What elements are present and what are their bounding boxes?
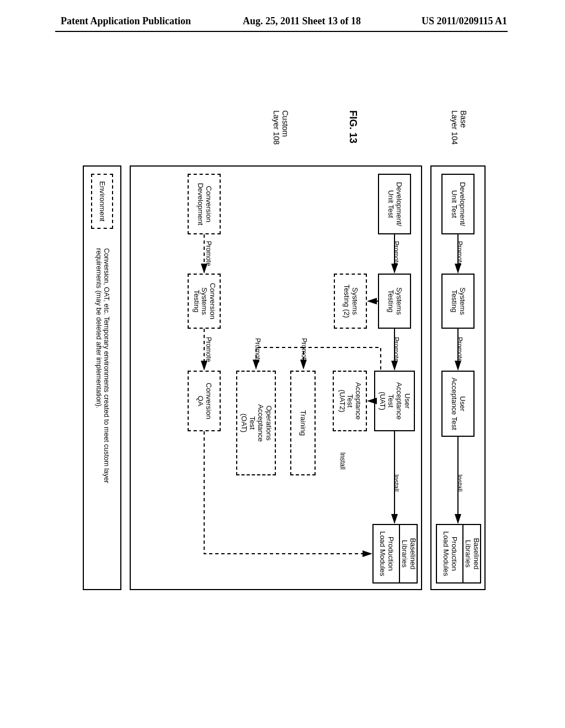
box-cust-uat: User Acceptance Test (UAT) — [374, 371, 415, 431]
box-cust-training: Training — [290, 371, 316, 475]
box-cust-oat: Operations Acceptance Test (OAT) — [236, 371, 276, 475]
header-left: Patent Application Publication — [61, 15, 191, 27]
edge-base-promote1: Promote — [456, 241, 463, 266]
edge-cust-promote4: Promote — [254, 338, 262, 363]
header-rule — [55, 31, 508, 32]
header-center: Aug. 25, 2011 Sheet 13 of 18 — [243, 15, 361, 27]
box-cust-lib: Baselined Libraries — [400, 524, 418, 584]
edge-cust-promote1: Promote — [392, 241, 400, 266]
figure-area: Base Layer 104 Custom Layer 108 FIG. 13 … — [72, 110, 491, 612]
box-cust-dev: Development/ Unit Test — [378, 174, 411, 234]
edge-base-install: Install — [456, 474, 463, 491]
edge-cust-promote3: Promote — [300, 338, 308, 363]
box-cust-prod: Production Load Modules — [372, 524, 400, 584]
box-cust-uat2: Acceptance Test (UAT2) — [333, 371, 367, 431]
edge-cust-promote2: Promote — [392, 337, 400, 362]
box-conv-sys: Conversion Systems Testing — [188, 274, 221, 329]
diagram-rotated: Base Layer 104 Custom Layer 108 FIG. 13 … — [72, 110, 491, 612]
legend-note: Conversion, OAT, etc. Temporary environm… — [95, 248, 110, 483]
box-cust-sys: Systems Testing — [378, 274, 411, 329]
box-base-sys: Systems Testing — [441, 274, 475, 329]
box-cust-sys2: Systems Testing (2) — [334, 274, 367, 329]
legend-env-box: Environment — [91, 174, 113, 229]
header-right: US 2011/0209115 A1 — [422, 15, 507, 27]
edge-base-promote2: Promote — [456, 337, 463, 362]
box-base-dev: Development/ Unit Test — [441, 174, 475, 234]
box-base-lib: Baselined Libraries — [463, 524, 481, 584]
box-base-uat: User Acceptance Test — [441, 371, 475, 437]
edge-conv-promote2: Promote — [205, 337, 212, 362]
edge-conv-promote1: Promote — [205, 241, 212, 266]
figure-label: FIG. 13 — [347, 110, 359, 143]
label-base-layer: Base Layer 104 — [450, 110, 468, 144]
box-conv-dev: Conversion Development — [188, 174, 221, 234]
edge-cust-install2: Install — [339, 452, 347, 469]
label-custom-layer: Custom Layer 108 — [272, 110, 290, 144]
box-conv-qa: Conversion QA — [188, 371, 221, 431]
box-base-prod: Production Load Modules — [436, 524, 463, 584]
edge-cust-install1: Install — [392, 474, 400, 491]
